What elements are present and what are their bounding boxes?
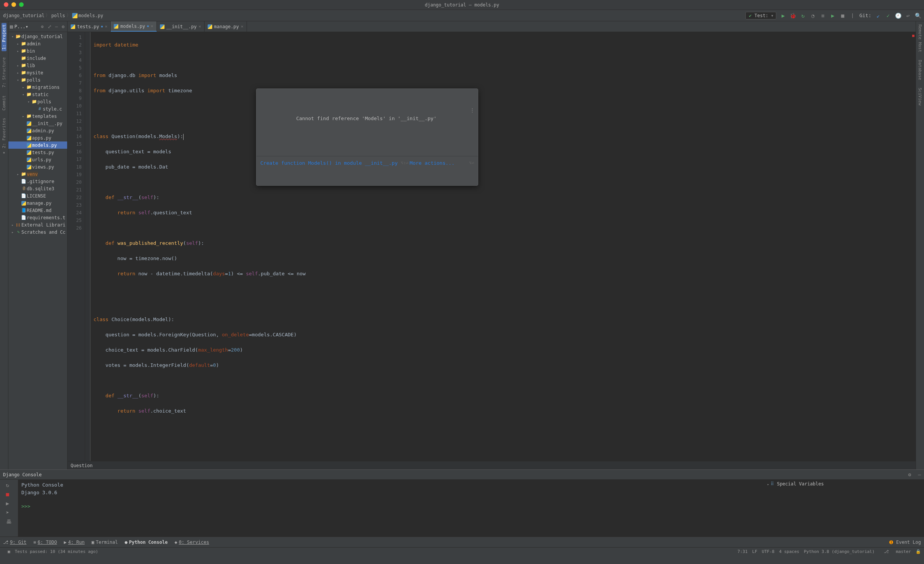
breadcrumb-item[interactable]: models.py [79, 13, 103, 18]
line-number-gutter[interactable]: 1234567891011121314151617181920212223242… [68, 32, 85, 461]
project-panel-title[interactable]: P...▾ [15, 24, 38, 29]
line-number[interactable]: 19 [68, 171, 82, 178]
code-editor[interactable]: 1234567891011121314151617181920212223242… [68, 32, 916, 461]
close-tab-icon[interactable]: × [151, 24, 153, 29]
tree-node[interactable]: admin.py [8, 127, 67, 134]
line-number[interactable]: 23 [68, 201, 82, 209]
more-options-icon[interactable]: ⋮ [470, 106, 475, 114]
code-content[interactable]: import datetime from django.db import mo… [90, 32, 916, 461]
line-number[interactable]: 11 [68, 110, 82, 117]
attach-icon[interactable]: ▶ [830, 13, 836, 19]
tree-node[interactable]: manage.py [8, 199, 67, 207]
tree-node[interactable]: views.py [8, 163, 67, 170]
tool-window-favorites[interactable]: ★ 2: Favorites [2, 116, 6, 157]
status-lock-icon[interactable]: 🔒 [916, 549, 921, 554]
breadcrumb-item[interactable]: polls [51, 13, 65, 18]
debug-console-icon[interactable]: ➤ [6, 509, 12, 516]
line-number[interactable]: 25 [68, 217, 82, 224]
tree-node[interactable]: ▸📁bin [8, 47, 67, 55]
tree-node[interactable]: ▸✎Scratches and Cc [8, 228, 67, 236]
close-window-icon[interactable] [4, 2, 8, 7]
tool-window-run[interactable]: ▶ 4: Run [64, 540, 85, 545]
tree-node[interactable]: ▾📂django_tutorial [8, 33, 67, 40]
debug-icon[interactable]: 🐞 [790, 13, 796, 19]
tree-node[interactable]: ▸📁venv [8, 170, 67, 178]
tree-node[interactable]: tests.py [8, 149, 67, 156]
tree-node[interactable]: #style.c [8, 105, 67, 112]
editor-tab[interactable]: tests.py●× [68, 21, 111, 32]
line-number[interactable]: 6 [68, 72, 82, 79]
tree-node[interactable]: 📁include [8, 55, 67, 62]
tool-window-git[interactable]: ⎇ 9: Git [3, 540, 26, 545]
line-number[interactable]: 3 [68, 49, 82, 56]
editor-breadcrumb[interactable]: Question [68, 461, 916, 469]
tree-node[interactable]: ▾📁polls [8, 98, 67, 105]
status-indent[interactable]: 4 spaces [779, 549, 799, 554]
line-number[interactable]: 9 [68, 95, 82, 102]
coverage-icon[interactable]: ↻ [800, 13, 806, 19]
project-tree[interactable]: ▾📂django_tutorial▸📁admin▸📁bin📁include▸📁l… [8, 32, 67, 469]
editor-tab[interactable]: __init__.py× [157, 21, 205, 32]
event-log-button[interactable]: 1Event Log [889, 540, 921, 545]
status-caret-position[interactable]: 7:31 [737, 549, 748, 554]
line-number[interactable]: 26 [68, 224, 82, 232]
close-tab-icon[interactable]: × [241, 24, 243, 29]
line-number[interactable]: 13 [68, 125, 82, 133]
close-tab-icon[interactable]: × [198, 24, 201, 29]
profile-icon[interactable]: ◔ [810, 13, 816, 19]
print-icon[interactable]: 🖶 [6, 519, 12, 525]
concurrency-icon[interactable]: ≡ [820, 13, 826, 19]
tool-window-structure[interactable]: 7: Structure [2, 56, 6, 89]
line-number[interactable]: 8 [68, 87, 82, 95]
error-stripe-mark[interactable] [912, 34, 915, 37]
tool-window-todo[interactable]: ≡ 6: TODO [33, 540, 57, 545]
tree-node[interactable]: ▸📁mysite [8, 69, 67, 76]
collapse-icon[interactable]: — [54, 24, 59, 29]
line-number[interactable]: 10 [68, 102, 82, 110]
line-number[interactable]: 21 [68, 186, 82, 194]
tree-node[interactable]: ▾📁static [8, 91, 67, 98]
tree-node[interactable]: ▸📁migrations [8, 84, 67, 91]
tree-node[interactable]: models.py [8, 141, 67, 149]
editor-tab[interactable]: models.py●× [111, 21, 156, 32]
tree-node[interactable]: ▾📁polls [8, 76, 67, 84]
line-number[interactable]: 1 [68, 34, 82, 41]
stop-icon[interactable]: ■ [6, 491, 12, 497]
tree-node[interactable]: 📄.gitignore [8, 178, 67, 185]
tree-node[interactable]: 🛢db.sqlite3 [8, 185, 67, 192]
editor-tab[interactable]: manage.py× [205, 21, 247, 32]
tree-node[interactable]: apps.py [8, 134, 67, 141]
minimize-window-icon[interactable] [11, 2, 16, 7]
status-git-branch[interactable]: ⎇ master [879, 549, 911, 554]
line-number[interactable]: 16 [68, 148, 82, 156]
stop-icon[interactable]: ■ [840, 13, 846, 19]
tool-window-database[interactable]: Database [918, 58, 922, 82]
console-output[interactable]: Python Console Django 3.0.6 >>> [18, 480, 764, 537]
tree-node[interactable]: ▸📁lib [8, 62, 67, 69]
search-icon[interactable]: 🔍 [915, 13, 921, 19]
line-number[interactable]: 22 [68, 194, 82, 201]
gear-icon[interactable]: ⚙ [908, 472, 911, 477]
quick-fix-action[interactable]: Create function Models() in module __ini… [260, 159, 398, 167]
scope-crumb[interactable]: Question [71, 463, 93, 468]
variables-pane[interactable]: ▸⠿ Special Variables [764, 480, 924, 537]
more-actions-link[interactable]: More actions... [410, 159, 454, 167]
line-number[interactable]: 4 [68, 56, 82, 64]
tree-node[interactable]: 📘README.md [8, 207, 67, 214]
rerun-icon[interactable]: ↻ [6, 482, 12, 488]
git-history-icon[interactable]: 🕘 [895, 13, 901, 19]
line-number[interactable]: 7 [68, 79, 82, 87]
line-number[interactable]: 18 [68, 163, 82, 171]
run-configuration-select[interactable]: ✔ Test: [745, 12, 776, 19]
tool-window-terminal[interactable]: ▣ Terminal [92, 540, 118, 545]
git-commit-icon[interactable]: ✓ [885, 13, 891, 19]
fold-gutter[interactable] [85, 32, 90, 461]
line-number[interactable]: 20 [68, 178, 82, 186]
line-number[interactable]: 12 [68, 117, 82, 125]
status-tests[interactable]: Tests passed: 10 (34 minutes ago) [15, 549, 98, 554]
tree-node[interactable]: 📄LICENSE [8, 192, 67, 199]
tool-window-commit[interactable]: Commit [2, 94, 6, 112]
tree-node[interactable]: ▸⫿⫿External Librari [8, 221, 67, 228]
tool-window-project[interactable]: 1: Project [2, 23, 6, 51]
zoom-window-icon[interactable] [19, 2, 24, 7]
